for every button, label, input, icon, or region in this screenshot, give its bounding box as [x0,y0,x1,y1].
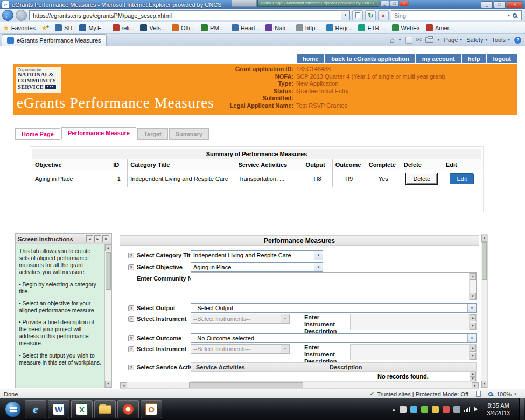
favorite-link-sit[interactable]: SIT [55,24,73,31]
network-icon[interactable] [464,407,470,412]
favorite-link-vets[interactable]: Vets... [140,24,166,31]
tab-home-page[interactable]: Home Page [15,128,60,140]
clock[interactable]: 8:35 AM 3/4/2013 [487,402,510,417]
compatibility-view-button[interactable] [352,10,363,20]
mail-icon[interactable]: ✉ [416,36,422,44]
forward-button[interactable]: → [16,10,27,21]
favorite-link-etr[interactable]: ETR ... [358,24,386,31]
tab-target[interactable]: Target [137,128,168,140]
instrument-description-2-textarea[interactable]: ▲ ▼ [350,344,477,360]
favorite-link-head[interactable]: Head... [232,24,260,31]
address-bar[interactable]: https://egrants.cns.gov/egrantsPM/page_s… [29,10,350,20]
scroll-down-icon[interactable]: ▼ [105,381,111,388]
edit-button[interactable]: Edit [450,173,474,184]
nav-back-to-egrants-button[interactable]: back to eGrants application [325,54,415,63]
scroll-up-icon[interactable]: ▲ [481,235,487,242]
taskbar-ie-button[interactable]: e [25,400,46,418]
nav-help-button[interactable]: help [462,54,486,63]
tray-icon[interactable] [410,406,417,413]
refresh-button[interactable]: ↻ [365,10,376,20]
delete-button[interactable]: Delete [407,174,437,184]
print-icon[interactable] [425,37,433,43]
tab-performance-measure[interactable]: Performance Measure [61,127,136,140]
tray-icon[interactable] [400,406,407,413]
scroll-down-icon[interactable]: ▼ [470,323,476,330]
tools-menu[interactable]: Tools ▼ [492,37,510,43]
safety-menu[interactable]: Safety ▼ [466,37,488,43]
pan-left-button[interactable]: ◄ [86,235,93,242]
tray-icon[interactable] [443,406,450,413]
scroll-down-icon[interactable]: ▼ [470,353,476,360]
bg-minimize-button[interactable]: _ [380,1,389,6]
add-favorite-button[interactable]: ★ + [41,24,49,32]
print-dropdown-icon[interactable]: ▼ [437,38,440,41]
scroll-down-icon[interactable]: ▼ [470,376,476,381]
taskbar-explorer-button[interactable] [94,400,116,418]
scrollbar-track[interactable] [127,382,472,388]
show-hidden-icons[interactable]: ▲ [391,407,396,412]
maximize-button[interactable]: □ [494,1,506,8]
back-button[interactable]: ← [2,10,13,21]
address-dropdown-icon[interactable]: ▼ [341,11,349,20]
help-icon-instrument-1[interactable]: ? [128,316,134,322]
help-icon-category[interactable]: ? [128,253,134,258]
form-horizontal-scrollbar[interactable]: ◄ ► [120,382,479,389]
favorite-link-offi[interactable]: Offi... [172,24,195,31]
scroll-up-icon[interactable]: ▲ [470,345,476,352]
scrollbar-thumb[interactable] [189,382,303,388]
help-icon-service-activities[interactable]: ? [128,365,134,370]
browser-tab[interactable]: eGrants Performance Measures [2,34,107,46]
page-view-icon[interactable] [476,391,481,397]
instructions-scrollbar[interactable]: ▲ ▼ [104,244,111,388]
scroll-up-icon[interactable]: ▲ [470,314,476,321]
start-button[interactable] [5,401,21,417]
favorite-link-pm[interactable]: PM ... [201,24,226,31]
outcome-select[interactable]: --No Outcome selected-- ▼ [191,333,477,343]
textarea-scrollbar[interactable]: ▲ ▼ [469,314,476,330]
scroll-left-icon[interactable]: ◄ [120,382,127,388]
instrument-1-select[interactable]: --Select Instruments-- ▼ [191,314,290,324]
help-icon-objective[interactable]: ? [128,264,134,270]
favorite-link-webex[interactable]: WebEx [392,24,420,31]
close-button[interactable]: × [507,1,523,8]
textarea-scrollbar[interactable]: ▲ ▼ [469,273,476,300]
scroll-right-icon[interactable]: ► [472,382,479,388]
bg-maximize-button[interactable]: □ [390,1,399,6]
stop-button[interactable]: × [378,10,389,20]
community-need-textarea[interactable]: ▲ ▼ [191,272,477,300]
scrollbar-thumb[interactable] [106,252,111,290]
tray-icon[interactable] [432,406,439,413]
instrument-2-select[interactable]: --Select Instruments-- ▼ [191,344,290,354]
scroll-down-icon[interactable]: ▼ [481,381,487,388]
search-icon[interactable] [513,13,517,18]
zoom-control[interactable]: 100% ▼ [488,391,517,397]
scroll-down-icon[interactable]: ▼ [470,293,476,300]
tray-icon[interactable] [421,406,428,413]
nav-logout-button[interactable]: logout [487,54,517,63]
search-dropdown-icon[interactable]: ▼ [505,14,513,17]
nav-home-button[interactable]: home [297,54,324,63]
zoom-dropdown-icon[interactable]: ▼ [514,393,517,396]
activities-scrollbar[interactable]: ▲ ▼ [470,372,476,381]
instrument-description-1-textarea[interactable]: ▲ ▼ [350,314,477,330]
favorite-link-mye[interactable]: My.E... [79,24,106,31]
output-select[interactable]: --Select Output-- ▼ [191,303,477,313]
scroll-up-icon[interactable]: ▲ [470,273,476,280]
category-title-select[interactable]: Independent Living and Respite Care ▼ [191,250,323,260]
objective-select[interactable]: Aging in Place ▼ [191,262,323,272]
taskbar-outlook-button[interactable]: O [141,400,162,418]
show-desktop-button[interactable] [519,398,524,420]
help-icon-output[interactable]: ? [128,305,134,311]
favorite-link-nati[interactable]: Nati... [265,24,290,31]
favorites-button[interactable]: ★ Favorites [3,24,36,32]
feeds-icon[interactable] [405,37,412,44]
help-icon-outcome[interactable]: ? [128,335,134,341]
page-menu[interactable]: Page ▼ [444,37,463,43]
taskbar-media-button[interactable] [117,400,139,418]
search-box[interactable]: Bing ▼ [391,10,522,20]
tab-summary[interactable]: Summary [169,128,209,140]
help-icon-instrument-2[interactable]: ? [128,346,134,352]
pan-right-button[interactable]: ► [94,235,101,242]
close-instructions-button[interactable]: × [102,235,109,242]
favorite-link-http[interactable]: http... [296,24,320,31]
